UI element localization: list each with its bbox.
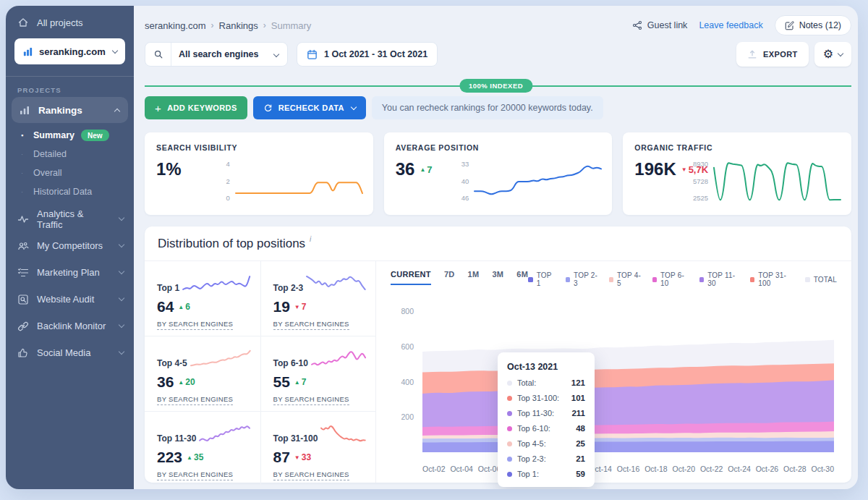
axis-tick-label: 46 bbox=[461, 194, 469, 202]
by-search-engines-link[interactable]: BY SEARCH ENGINES bbox=[157, 320, 233, 330]
legend-item[interactable]: TOP 2-3 bbox=[566, 271, 600, 287]
cell-label: Top 2-3 bbox=[273, 283, 304, 295]
tab-1m[interactable]: 1M bbox=[468, 270, 480, 285]
sidebar-item-backlink-monitor[interactable]: Backlink Monitor bbox=[6, 313, 134, 339]
tab-6m[interactable]: 6M bbox=[516, 270, 528, 285]
x-axis-label: Oct-26 bbox=[756, 465, 779, 473]
cell-number: 19 bbox=[273, 298, 290, 315]
project-selector[interactable]: seranking.com bbox=[14, 38, 125, 64]
date-range-picker[interactable]: 1 Oct 2021 - 31 Oct 2021 bbox=[297, 42, 438, 67]
tooltip-row: Top 4-5:25 bbox=[507, 439, 585, 448]
chevron-down-icon bbox=[119, 295, 124, 301]
x-axis-label: Oct-16 bbox=[617, 465, 640, 473]
cell-header: Top 1 bbox=[157, 271, 251, 295]
by-search-engines-link[interactable]: BY SEARCH ENGINES bbox=[157, 395, 233, 405]
y-axis-ticks: 893057282525 bbox=[686, 156, 708, 205]
cell-header: Top 31-100 bbox=[273, 421, 367, 446]
cell-sparkline bbox=[182, 271, 250, 295]
delta-value: 7 bbox=[302, 377, 307, 387]
legend-item[interactable]: TOP 11-30 bbox=[699, 271, 741, 287]
tooltip-label: Top 2-3: bbox=[517, 454, 576, 463]
cell-number: 36 bbox=[157, 373, 174, 391]
legend-item[interactable]: TOP 6-10 bbox=[652, 271, 690, 287]
legend-label: TOTAL bbox=[814, 276, 837, 284]
x-axis-labels: Oct-02Oct-04Oct-06Oct-08Oct-10Oct-12Oct-… bbox=[422, 465, 834, 473]
by-search-engines-link[interactable]: BY SEARCH ENGINES bbox=[273, 470, 349, 480]
x-axis-label: Oct-22 bbox=[700, 465, 723, 473]
cell-delta: ▲20 bbox=[178, 377, 195, 387]
legend-item[interactable]: TOP 1 bbox=[528, 271, 556, 287]
down-arrow-icon: ▼ bbox=[294, 304, 300, 310]
x-axis-label: Oct-30 bbox=[811, 465, 834, 473]
search-engine-select[interactable]: All search engines bbox=[145, 42, 288, 67]
sidebar-item-my-competitors[interactable]: My Competitors bbox=[6, 232, 134, 259]
cell-delta: ▲35 bbox=[187, 452, 203, 462]
tooltip-value: 121 bbox=[571, 378, 585, 387]
stacked-area-chart[interactable]: 200400600800 bbox=[391, 299, 834, 452]
sidebar-subitem-historical-data[interactable]: · Historical Data bbox=[6, 182, 134, 201]
sidebar-subitem-summary[interactable]: ▪ Summary New bbox=[6, 126, 134, 145]
cell-value: 36▲20 bbox=[157, 373, 251, 391]
nav-item-label: Backlink Monitor bbox=[37, 321, 106, 331]
chart-tooltip: Oct-13 2021 Total:121Top 31-100:101Top 1… bbox=[498, 352, 595, 487]
chevron-down-icon bbox=[119, 242, 124, 247]
legend-swatch bbox=[805, 277, 810, 282]
legend-item[interactable]: TOP 4-5 bbox=[609, 271, 643, 287]
guest-link-button[interactable]: Guest link bbox=[632, 20, 688, 30]
add-keywords-button[interactable]: + ADD KEYWORDS bbox=[145, 96, 247, 119]
legend-item[interactable]: TOP 31-100 bbox=[750, 271, 796, 287]
export-button[interactable]: EXPORT bbox=[736, 42, 809, 67]
chevron-down-icon bbox=[119, 322, 124, 328]
cell-delta: ▼33 bbox=[294, 452, 311, 462]
up-arrow-icon: ▲ bbox=[178, 304, 184, 310]
project-name: seranking.com bbox=[39, 46, 106, 57]
sidebar-item-marketing-plan[interactable]: Marketing Plan bbox=[6, 259, 134, 286]
bullet-icon: · bbox=[21, 188, 33, 195]
position-cells-grid: Top 164▲6BY SEARCH ENGINESTop 2-319▼7BY … bbox=[145, 261, 376, 483]
recheck-data-button[interactable]: RECHECK DATA bbox=[253, 96, 366, 119]
legend-swatch bbox=[566, 277, 570, 282]
info-icon[interactable]: i bbox=[310, 235, 311, 243]
section-title: Distribution of top positions bbox=[158, 237, 305, 251]
sidebar-item-website-audit[interactable]: Website Audit bbox=[6, 286, 134, 313]
delta-value: 7 bbox=[302, 302, 307, 312]
chevron-down-icon bbox=[119, 215, 124, 221]
notes-button[interactable]: Notes (12) bbox=[775, 15, 851, 35]
x-axis-label: Oct-28 bbox=[783, 465, 807, 473]
y-axis-tick-label: 200 bbox=[401, 412, 414, 421]
axis-tick-label: 8930 bbox=[693, 160, 708, 168]
tab-3m[interactable]: 3M bbox=[492, 270, 503, 285]
chevron-down-icon bbox=[119, 349, 124, 355]
x-axis-label: Oct-18 bbox=[644, 465, 668, 473]
position-sparkline bbox=[474, 156, 602, 205]
projects-section-label: PROJECTS bbox=[17, 86, 122, 94]
breadcrumb-item-rankings[interactable]: Rankings bbox=[219, 20, 258, 31]
position-cell-top-4-5: Top 4-536▲20BY SEARCH ENGINES bbox=[145, 336, 260, 411]
by-search-engines-link[interactable]: BY SEARCH ENGINES bbox=[157, 470, 233, 480]
leave-feedback-link[interactable]: Leave feedback bbox=[699, 20, 762, 30]
all-projects-link[interactable]: All projects bbox=[6, 6, 134, 35]
breadcrumb-item-project[interactable]: seranking.com bbox=[145, 20, 206, 31]
sidebar-item-social-media[interactable]: Social Media bbox=[6, 339, 134, 366]
y-axis-labels: 200400600800 bbox=[391, 299, 414, 452]
sidebar-item-rankings[interactable]: Rankings bbox=[12, 97, 128, 123]
chart-legend: TOP 1TOP 2-3TOP 4-5TOP 6-10TOP 11-30TOP … bbox=[528, 270, 837, 287]
legend-item[interactable]: TOTAL bbox=[805, 276, 837, 284]
by-search-engines-link[interactable]: BY SEARCH ENGINES bbox=[273, 320, 349, 330]
x-axis-label: Oct-24 bbox=[728, 465, 751, 473]
cell-header: Top 2-3 bbox=[273, 271, 367, 295]
sidebar-item-analytics-traffic[interactable]: Analytics & Traffic bbox=[6, 205, 134, 232]
tooltip-label: Top 1: bbox=[517, 470, 576, 478]
analytics-icon bbox=[17, 213, 29, 225]
stat-card-organic-traffic: ORGANIC TRAFFIC 196K ▼5,7K 893057282525 bbox=[623, 132, 851, 215]
sidebar-subitem-detailed[interactable]: · Detailed bbox=[6, 145, 134, 164]
tab-current[interactable]: CURRENT bbox=[391, 270, 431, 285]
settings-button[interactable]: ⚙ bbox=[814, 42, 851, 67]
sidebar-subitem-overall[interactable]: · Overall bbox=[6, 164, 134, 182]
chevron-down-icon bbox=[273, 51, 279, 57]
traffic-mini-chart: 893057282525 bbox=[686, 156, 841, 205]
delta-value: 6 bbox=[185, 302, 190, 312]
by-search-engines-link[interactable]: BY SEARCH ENGINES bbox=[273, 395, 349, 405]
tab-7d[interactable]: 7D bbox=[444, 270, 455, 285]
search-button[interactable] bbox=[145, 43, 171, 66]
